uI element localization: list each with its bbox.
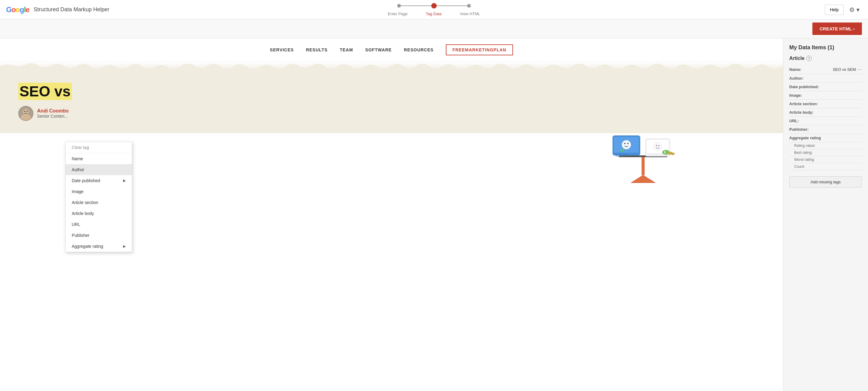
url-label: URL: xyxy=(789,119,799,123)
menu-image[interactable]: Image xyxy=(66,186,132,197)
aggregate-row: Aggregate rating xyxy=(789,134,862,142)
name-label: Name: xyxy=(789,67,801,72)
menu-url-label: URL xyxy=(72,222,80,227)
step-group: Enter Page Tag Data View HTML xyxy=(388,3,480,16)
logo-g: G xyxy=(6,5,11,14)
menu-name[interactable]: Name xyxy=(66,153,132,164)
step1-line xyxy=(401,5,431,6)
add-missing-tags-button[interactable]: Add missing tags xyxy=(789,176,862,188)
nav-software[interactable]: SOFTWARE xyxy=(365,48,392,52)
menu-url[interactable]: URL xyxy=(66,219,132,230)
menu-article-body-label: Article body xyxy=(72,211,94,216)
menu-date-label: Date published xyxy=(72,178,100,183)
step2-dot xyxy=(431,3,437,8)
help-circle-icon[interactable]: ? xyxy=(806,56,812,61)
step1-dot xyxy=(397,4,401,8)
date-label: Date published: xyxy=(789,85,819,89)
torn-svg-top xyxy=(0,62,783,71)
menu-image-label: Image xyxy=(72,189,84,194)
publisher-row: Publisher: xyxy=(789,125,862,134)
menu-clear-tag[interactable]: Clear tag xyxy=(66,142,132,153)
chevron-down-icon: ▾ xyxy=(857,6,860,13)
nav-cta[interactable]: FREEMARKETINGPLAN xyxy=(446,44,513,55)
step2-line xyxy=(437,5,467,6)
svg-point-20 xyxy=(656,145,657,146)
settings-button[interactable]: ⚙ ▾ xyxy=(847,5,862,14)
article-data-section: Article ? Name: SEO vs SEM — Author: Dat… xyxy=(789,56,862,170)
step2-label: Tag Data xyxy=(426,11,442,16)
svg-point-4 xyxy=(26,111,28,112)
google-logo: G o o g l e xyxy=(6,5,29,14)
logo-o1: o xyxy=(11,5,16,14)
page-nav: SERVICES RESULTS TEAM SOFTWARE RESOURCES… xyxy=(0,38,783,62)
svg-text:$: $ xyxy=(664,151,666,154)
topbar-right: Help ⚙ ▾ xyxy=(825,5,862,15)
article-title: SEO vs xyxy=(18,83,72,100)
illustration: $ xyxy=(600,123,686,185)
name-value-text: SEO vs SEM xyxy=(833,67,856,72)
author-name[interactable]: Andi Coombs xyxy=(37,108,69,114)
best-rating-row: Best rating: xyxy=(789,149,862,156)
image-label: Image: xyxy=(789,93,802,98)
logo-o2: o xyxy=(16,5,20,14)
count-row: Count: xyxy=(789,163,862,170)
menu-article-section-label: Article section xyxy=(72,200,98,205)
article-section-row: Article section: xyxy=(789,100,862,108)
help-button[interactable]: Help xyxy=(825,5,844,15)
main: SERVICES RESULTS TEAM SOFTWARE RESOURCES… xyxy=(0,38,868,391)
article-body-label: Article body: xyxy=(789,110,813,115)
name-dash: — xyxy=(857,67,862,72)
author-role: Senior Conten... xyxy=(37,114,69,119)
nav-results[interactable]: RESULTS xyxy=(306,48,328,52)
menu-article-body[interactable]: Article body xyxy=(66,208,132,219)
svg-rect-16 xyxy=(616,156,625,157)
panel-title: My Data Items (1) xyxy=(789,44,862,51)
author-info: Andi Coombs Senior Conten... xyxy=(37,108,69,119)
article-type-header: Article ? xyxy=(789,56,862,61)
topbar: G o o g l e Structured Data Markup Helpe… xyxy=(0,0,868,20)
menu-article-section[interactable]: Article section xyxy=(66,197,132,208)
nav-resources[interactable]: RESOURCES xyxy=(404,48,434,52)
rating-value-label: Rating value: xyxy=(794,144,815,148)
logo-e: e xyxy=(26,5,29,14)
svg-rect-15 xyxy=(616,154,628,155)
app-title: Structured Data Markup Helper xyxy=(34,6,110,13)
menu-aggregate-rating[interactable]: Aggregate rating ▶ xyxy=(66,241,132,252)
avatar xyxy=(18,106,33,121)
menu-aggregate-label: Aggregate rating xyxy=(72,244,103,249)
url-row: URL: xyxy=(789,117,862,125)
nav-services[interactable]: SERVICES xyxy=(270,48,294,52)
svg-point-25 xyxy=(671,153,675,155)
dot-line-row xyxy=(397,3,471,8)
menu-publisher[interactable]: Publisher xyxy=(66,230,132,241)
count-label: Count: xyxy=(794,164,805,169)
author-label: Author: xyxy=(789,76,804,81)
image-row: Image: xyxy=(789,91,862,100)
gear-icon: ⚙ xyxy=(849,6,855,13)
create-html-button[interactable]: CREATE HTML › xyxy=(812,23,862,35)
svg-point-3 xyxy=(24,111,25,112)
illustration-svg: $ xyxy=(600,123,686,184)
step3-label: View HTML xyxy=(460,11,480,16)
article-section-label: Article section: xyxy=(789,101,818,106)
torn-path xyxy=(0,63,783,71)
svg-point-12 xyxy=(624,143,625,144)
svg-point-13 xyxy=(627,143,628,144)
name-value: SEO vs SEM — xyxy=(833,67,862,72)
right-panel: My Data Items (1) Article ? Name: SEO vs… xyxy=(783,38,868,391)
step-labels: Enter Page Tag Data View HTML xyxy=(388,11,480,16)
svg-marker-6 xyxy=(631,175,655,183)
article-body-row: Article body: xyxy=(789,108,862,117)
page-simulation: SERVICES RESULTS TEAM SOFTWARE RESOURCES… xyxy=(0,38,783,391)
avatar-svg xyxy=(18,106,33,121)
menu-author[interactable]: Author xyxy=(66,164,132,175)
article-type-label: Article xyxy=(789,56,804,61)
rating-value-row: Rating value: xyxy=(789,142,862,149)
menu-date-published[interactable]: Date published ▶ xyxy=(66,175,132,186)
context-menu: Clear tag Name Author Date published ▶ I… xyxy=(65,142,132,252)
date-row: Date published: xyxy=(789,83,862,91)
logo-g2: g xyxy=(20,5,24,14)
create-html-bar: CREATE HTML › xyxy=(0,20,868,38)
progress-steps: Enter Page Tag Data View HTML xyxy=(388,3,480,16)
nav-team[interactable]: TEAM xyxy=(340,48,353,52)
